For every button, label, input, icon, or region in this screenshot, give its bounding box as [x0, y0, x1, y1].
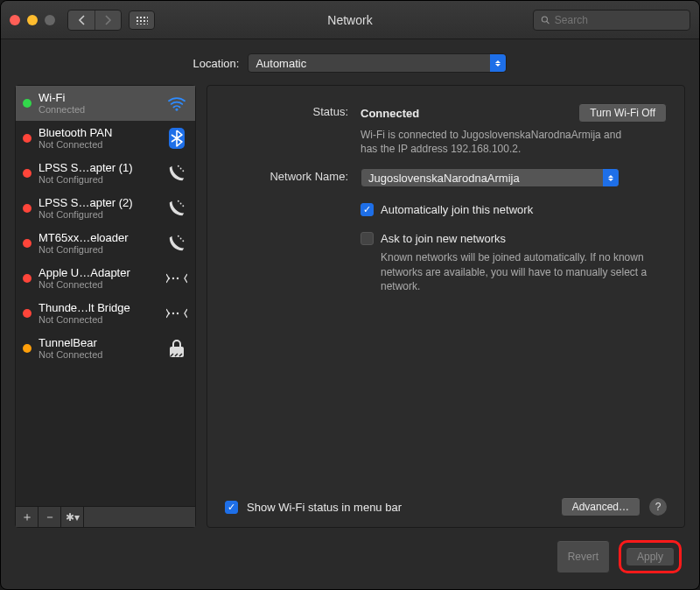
ask-join-label: Ask to join new networks	[381, 232, 506, 245]
nav-segment	[67, 10, 122, 31]
zoom-window-icon[interactable]	[45, 15, 55, 25]
service-status: Not Configured	[38, 244, 158, 255]
service-text: Apple U…AdapterNot Connected	[38, 266, 158, 290]
search-icon	[541, 15, 550, 25]
svg-point-2	[176, 108, 178, 110]
service-item[interactable]: TunnelBearNot Connected	[16, 331, 195, 366]
svg-point-15	[177, 277, 178, 278]
service-name: Apple U…Adapter	[38, 266, 158, 279]
svg-point-11	[182, 240, 184, 242]
service-sidebar: Wi-FiConnectedBluetooth PANNot Connected…	[15, 85, 196, 528]
ask-join-description: Known networks will be joined automatica…	[381, 250, 661, 293]
remove-service-button[interactable]: －	[38, 507, 61, 527]
ask-join-checkbox[interactable]	[360, 232, 374, 245]
lock-icon	[165, 339, 188, 358]
back-button[interactable]	[68, 11, 94, 30]
service-item[interactable]: Wi-FiConnected	[16, 86, 195, 121]
phone-icon	[165, 164, 188, 183]
service-list: Wi-FiConnectedBluetooth PANNot Connected…	[16, 86, 195, 506]
detail-panel: Status: Connected Turn Wi-Fi Off Wi-Fi i…	[206, 85, 685, 528]
phone-icon	[165, 199, 188, 218]
svg-point-6	[178, 165, 179, 166]
service-text: LPSS S…apter (1)Not Configured	[38, 161, 158, 185]
service-text: TunnelBearNot Connected	[38, 336, 158, 360]
svg-point-14	[172, 277, 174, 278]
network-name-value: JugoslovenskaNarodnaArmija	[368, 172, 520, 185]
service-name: Thunde…lt Bridge	[38, 301, 158, 314]
auto-join-checkbox[interactable]	[360, 203, 374, 216]
service-status: Not Connected	[38, 314, 158, 325]
sidebar-toolbar: ＋ － ✱▾	[16, 506, 195, 527]
service-text: LPSS S…apter (2)Not Configured	[38, 196, 158, 220]
network-name-label: Network Name:	[225, 168, 360, 183]
footer: Revert Apply	[1, 540, 699, 589]
service-status: Connected	[38, 104, 158, 115]
svg-point-12	[178, 235, 179, 236]
svg-point-17	[172, 312, 174, 313]
status-description: Wi-Fi is connected to JugoslovenskaNarod…	[360, 128, 640, 156]
chevron-up-down-icon	[603, 169, 619, 186]
svg-point-18	[177, 312, 178, 313]
service-item[interactable]: LPSS S…apter (1)Not Configured	[16, 156, 195, 191]
minimize-window-icon[interactable]	[27, 15, 38, 25]
service-name: Wi-Fi	[38, 91, 158, 104]
status-dot-icon	[23, 309, 32, 318]
service-name: MT65xx…eloader	[38, 231, 158, 244]
status-dot-icon	[23, 239, 32, 248]
network-name-select[interactable]: JugoslovenskaNarodnaArmija	[360, 168, 620, 187]
help-button[interactable]: ?	[649, 498, 667, 516]
auto-join-row[interactable]: Automatically join this network	[360, 203, 667, 216]
svg-point-9	[178, 200, 179, 201]
wifi-toggle-button[interactable]: Turn Wi-Fi Off	[578, 103, 667, 123]
service-status: Not Connected	[38, 279, 158, 290]
ask-join-row[interactable]: Ask to join new networks	[360, 232, 667, 245]
location-label: Location:	[193, 57, 240, 70]
advanced-button[interactable]: Advanced…	[561, 497, 640, 516]
ethernet-icon	[165, 271, 188, 285]
apply-button[interactable]: Apply	[626, 547, 675, 566]
service-item[interactable]: LPSS S…apter (2)Not Configured	[16, 191, 195, 226]
service-item[interactable]: Bluetooth PANNot Connected	[16, 121, 195, 156]
service-item[interactable]: MT65xx…eloaderNot Configured	[16, 226, 195, 261]
network-prefs-window: Network Location: Automatic Wi-FiConnect…	[0, 0, 700, 590]
service-status: Not Connected	[38, 139, 158, 150]
svg-line-1	[547, 21, 550, 24]
forward-button[interactable]	[94, 11, 121, 30]
service-text: Wi-FiConnected	[38, 91, 158, 115]
add-service-button[interactable]: ＋	[16, 507, 38, 527]
phone-icon	[165, 234, 188, 253]
status-dot-icon	[23, 344, 32, 353]
service-item[interactable]: Apple U…AdapterNot Connected	[16, 261, 195, 296]
status-dot-icon	[23, 169, 32, 178]
status-dot-icon	[23, 99, 32, 108]
service-text: Bluetooth PANNot Connected	[38, 126, 158, 150]
traffic-lights	[10, 15, 55, 25]
detail-bottom-bar: Show Wi-Fi status in menu bar Advanced… …	[225, 497, 667, 516]
location-value: Automatic	[256, 57, 306, 70]
search-field[interactable]	[533, 10, 690, 31]
show-menu-label: Show Wi-Fi status in menu bar	[247, 501, 402, 514]
svg-point-10	[180, 237, 182, 239]
service-actions-button[interactable]: ✱▾	[61, 507, 84, 527]
show-all-button[interactable]	[129, 11, 155, 30]
service-name: Bluetooth PAN	[38, 126, 158, 139]
svg-point-0	[542, 16, 547, 21]
chevron-up-down-icon	[490, 54, 506, 72]
show-menu-checkbox[interactable]	[225, 501, 238, 514]
status-dot-icon	[23, 274, 32, 283]
service-status: Not Connected	[38, 349, 158, 360]
apply-highlight-annotation: Apply	[619, 540, 682, 573]
revert-button[interactable]: Revert	[556, 540, 610, 573]
location-row: Location: Automatic	[1, 39, 699, 85]
svg-point-4	[180, 167, 182, 169]
location-select[interactable]: Automatic	[248, 53, 507, 73]
close-window-icon[interactable]	[10, 15, 20, 25]
status-dot-icon	[23, 134, 32, 143]
service-status: Not Configured	[38, 174, 158, 185]
status-value: Connected	[360, 107, 419, 120]
service-text: Thunde…lt BridgeNot Connected	[38, 301, 158, 325]
service-item[interactable]: Thunde…lt BridgeNot Connected	[16, 296, 195, 331]
svg-point-8	[182, 205, 184, 207]
search-input[interactable]	[555, 14, 682, 26]
ethernet-icon	[165, 306, 188, 320]
